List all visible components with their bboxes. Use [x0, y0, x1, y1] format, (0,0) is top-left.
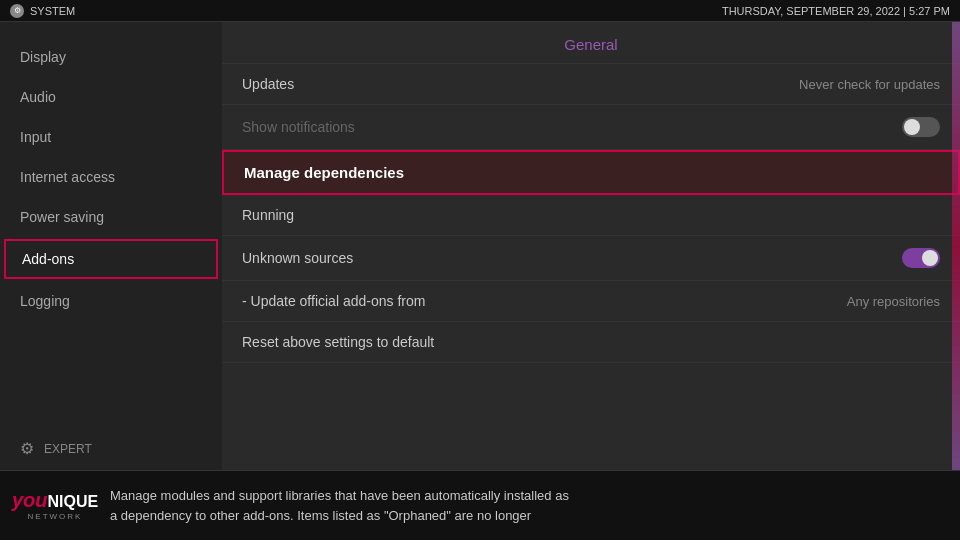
row-unknown-sources-label: Unknown sources: [242, 250, 353, 266]
logo-area: youNIQUE NETWORK: [15, 478, 95, 533]
topbar-left: ⚙ SYSTEM: [10, 4, 75, 18]
sidebar-item-power-saving[interactable]: Power saving: [0, 197, 222, 237]
row-running-label: Running: [242, 207, 294, 223]
topbar-system-label: SYSTEM: [30, 5, 75, 17]
sidebar-item-input[interactable]: Input: [0, 117, 222, 157]
row-reset-settings[interactable]: Reset above settings to default: [222, 322, 960, 363]
bottom-line2: a dependency to other add-ons. Items lis…: [110, 506, 945, 526]
toggle-unknown-sources[interactable]: [902, 248, 940, 268]
sidebar-item-add-ons[interactable]: Add-ons: [4, 239, 218, 279]
toggle-show-notifications[interactable]: [902, 117, 940, 137]
row-show-notifications[interactable]: Show notifications: [222, 105, 960, 150]
bottom-panel: youNIQUE NETWORK Manage modules and supp…: [0, 470, 960, 540]
sidebar-footer: ⚙ EXPERT: [0, 427, 222, 470]
topbar-datetime: THURSDAY, SEPTEMBER 29, 2022 | 5:27 PM: [722, 5, 950, 17]
main-layout: Display Audio Input Internet access Powe…: [0, 22, 960, 470]
bottom-description: Manage modules and support libraries tha…: [110, 486, 945, 525]
row-update-official[interactable]: - Update official add-ons from Any repos…: [222, 281, 960, 322]
row-running[interactable]: Running: [222, 195, 960, 236]
row-reset-settings-label: Reset above settings to default: [242, 334, 434, 350]
row-update-official-label: - Update official add-ons from: [242, 293, 425, 309]
sidebar-item-display[interactable]: Display: [0, 37, 222, 77]
row-update-official-value: Any repositories: [847, 294, 940, 309]
sidebar-item-audio[interactable]: Audio: [0, 77, 222, 117]
sidebar-item-logging[interactable]: Logging: [0, 281, 222, 321]
logo-sub: NETWORK: [12, 512, 98, 521]
row-updates[interactable]: Updates Never check for updates: [222, 64, 960, 105]
sidebar-item-internet-access[interactable]: Internet access: [0, 157, 222, 197]
settings-icon: ⚙: [20, 439, 34, 458]
bottom-line1: Manage modules and support libraries tha…: [110, 486, 945, 506]
row-manage-dependencies-label: Manage dependencies: [244, 164, 404, 181]
system-icon: ⚙: [10, 4, 24, 18]
row-updates-label: Updates: [242, 76, 294, 92]
logo-you: you: [12, 489, 48, 511]
logo: youNIQUE: [12, 490, 98, 510]
row-manage-dependencies[interactable]: Manage dependencies: [222, 150, 960, 195]
side-decoration: [952, 22, 960, 470]
expert-label: EXPERT: [44, 442, 92, 456]
topbar: ⚙ SYSTEM THURSDAY, SEPTEMBER 29, 2022 | …: [0, 0, 960, 22]
content-panel: General Updates Never check for updates …: [222, 22, 960, 470]
sidebar: Display Audio Input Internet access Powe…: [0, 22, 222, 470]
logo-nique: NIQUE: [47, 493, 98, 510]
content-title: General: [222, 22, 960, 64]
row-updates-value: Never check for updates: [799, 77, 940, 92]
row-show-notifications-label: Show notifications: [242, 119, 355, 135]
row-unknown-sources[interactable]: Unknown sources: [222, 236, 960, 281]
